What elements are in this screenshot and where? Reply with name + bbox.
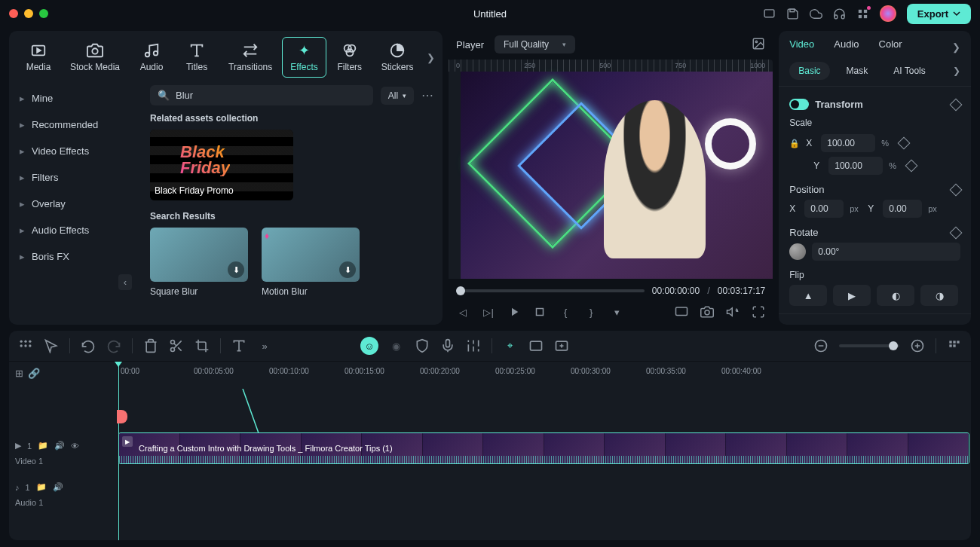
user-avatar[interactable] — [880, 5, 896, 22]
marker-add-icon[interactable] — [554, 338, 569, 353]
shield-icon[interactable] — [415, 338, 430, 353]
result-motion-blur[interactable]: ♦⬇ Motion Blur — [262, 228, 360, 297]
folder-icon[interactable]: 📁 — [36, 482, 47, 492]
collapse-icon[interactable]: ⊞ — [15, 368, 23, 379]
volume-icon[interactable] — [726, 305, 740, 319]
eye-icon[interactable]: 👁 — [71, 442, 79, 451]
time-ruler[interactable]: 00:00 00:00:05:00 00:00:10:00 00:00:15:0… — [118, 362, 971, 380]
link-icon[interactable] — [528, 338, 544, 353]
rotate-dial[interactable] — [789, 243, 806, 260]
tab-media[interactable]: Media — [17, 37, 60, 78]
sidebar-item-video-effects[interactable]: ▸Video Effects — [9, 138, 141, 164]
rotate-input[interactable]: 0.00° — [812, 243, 960, 261]
sidebar-item-mine[interactable]: ▸Mine — [9, 85, 141, 112]
cut-icon[interactable] — [169, 338, 184, 353]
sidebar-item-recommended[interactable]: ▸Recommended — [9, 112, 141, 138]
tab-transitions[interactable]: Transitions — [220, 37, 280, 78]
props-tab-color[interactable]: Color — [879, 38, 902, 56]
quality-dropdown[interactable]: Full Quality▾ — [495, 35, 575, 53]
sidebar-item-overlay[interactable]: ▸Overlay — [9, 191, 141, 217]
close-window[interactable] — [9, 9, 18, 18]
maximize-window[interactable] — [39, 9, 48, 18]
tab-effects[interactable]: ✦Effects — [282, 37, 326, 78]
props-tab-audio[interactable]: Audio — [834, 38, 859, 56]
cloud-icon[interactable] — [810, 8, 822, 20]
save-icon[interactable] — [786, 8, 799, 20]
more-tools-icon[interactable]: » — [257, 338, 272, 353]
prev-frame-icon[interactable]: ◁ — [456, 305, 470, 319]
sidebar-back-button[interactable]: ‹ — [118, 274, 132, 290]
tab-stickers[interactable]: Stickers — [373, 37, 422, 78]
delete-icon[interactable] — [143, 338, 158, 353]
scale-y-input[interactable]: 100.00 — [828, 157, 883, 175]
marker[interactable] — [117, 410, 127, 423]
undo-icon[interactable] — [81, 338, 96, 353]
play-reverse-icon[interactable]: ▷| — [482, 305, 495, 319]
zoom-out-icon[interactable] — [813, 338, 828, 353]
pos-x-input[interactable]: 0.00 — [804, 200, 844, 218]
video-track-header[interactable]: ▶1 📁 🔊 👁 — [15, 439, 112, 452]
pos-y-input[interactable]: 0.00 — [883, 200, 922, 218]
grid-icon[interactable] — [18, 338, 33, 353]
keyframe-diamond[interactable] — [950, 183, 963, 196]
crop-icon[interactable] — [194, 338, 210, 353]
speed-icon[interactable]: ◉ — [389, 338, 404, 353]
tab-stock-media[interactable]: Stock Media — [62, 37, 128, 78]
headphones-icon[interactable] — [833, 8, 846, 20]
zoom-slider[interactable] — [839, 344, 899, 347]
camera-icon[interactable] — [700, 305, 714, 319]
props-tab-video[interactable]: Video — [789, 38, 814, 56]
sidebar-item-boris-fx[interactable]: ▸Boris FX — [9, 243, 141, 270]
tab-titles[interactable]: Titles — [175, 37, 219, 78]
zoom-in-icon[interactable] — [910, 338, 925, 353]
audio-track-header[interactable]: ♪1 📁 🔊 — [15, 481, 112, 494]
subtab-basic[interactable]: Basic — [789, 62, 829, 80]
subtab-ai-tools[interactable]: AI Tools — [884, 62, 934, 80]
tab-audio[interactable]: Audio — [130, 37, 173, 78]
transform-toggle[interactable] — [789, 99, 809, 110]
speaker-icon[interactable]: 🔊 — [53, 482, 63, 492]
speaker-icon[interactable]: 🔊 — [54, 441, 65, 451]
video-preview[interactable] — [461, 72, 773, 279]
text-tool-icon[interactable] — [231, 338, 247, 353]
marker-icon[interactable]: ▾ — [610, 305, 623, 319]
play-icon[interactable] — [507, 305, 521, 319]
fullscreen-icon[interactable] — [752, 305, 765, 319]
tab-filters[interactable]: Filters — [328, 37, 372, 78]
stop-icon[interactable] — [533, 305, 547, 319]
folder-icon[interactable]: 📁 — [38, 441, 48, 451]
mark-in-icon[interactable]: { — [559, 305, 572, 319]
keyframe-diamond[interactable] — [950, 226, 963, 239]
flip-both[interactable]: ◐ — [877, 285, 914, 306]
export-button[interactable]: Export — [907, 4, 971, 24]
sidebar-item-filters[interactable]: ▸Filters — [9, 164, 141, 191]
magnet-icon[interactable]: ⌖ — [503, 338, 518, 353]
video-clip[interactable]: ▶ Crafting a Custom Intro with Drawing T… — [118, 432, 969, 464]
keyframe-diamond[interactable] — [898, 137, 911, 150]
view-mode-icon[interactable] — [947, 338, 962, 353]
more-options[interactable]: ⋯ — [421, 88, 433, 102]
mixer-icon[interactable] — [466, 338, 481, 353]
flip-vertical[interactable]: ▶ — [833, 285, 871, 306]
tabs-scroll-right[interactable]: ❯ — [427, 52, 435, 63]
apps-icon[interactable] — [856, 8, 869, 20]
link-toggle-icon[interactable]: 🔗 — [28, 368, 40, 379]
pointer-icon[interactable] — [44, 338, 59, 353]
keyframe-diamond[interactable] — [905, 160, 918, 173]
timeline-tracks[interactable]: 00:00 00:00:05:00 00:00:10:00 00:00:15:0… — [118, 362, 971, 540]
subtab-mask[interactable]: Mask — [838, 62, 877, 80]
keyframe-diamond[interactable] — [950, 98, 963, 111]
download-icon[interactable]: ⬇ — [339, 261, 356, 278]
promo-card[interactable]: Black Friday Black Friday Promo — [150, 130, 293, 200]
filter-dropdown[interactable]: All▾ — [381, 87, 414, 105]
snapshot-icon[interactable] — [752, 37, 765, 53]
lock-icon[interactable]: 🔒 — [789, 139, 800, 148]
download-icon[interactable]: ⬇ — [228, 261, 244, 278]
display-icon[interactable] — [675, 305, 688, 319]
sidebar-item-audio-effects[interactable]: ▸Audio Effects — [9, 217, 141, 243]
search-input[interactable]: 🔍 — [150, 85, 373, 105]
layout-icon[interactable] — [763, 8, 776, 20]
minimize-window[interactable] — [24, 9, 33, 18]
scale-x-input[interactable]: 100.00 — [821, 134, 875, 152]
props-scroll-right[interactable]: ❯ — [952, 41, 960, 53]
